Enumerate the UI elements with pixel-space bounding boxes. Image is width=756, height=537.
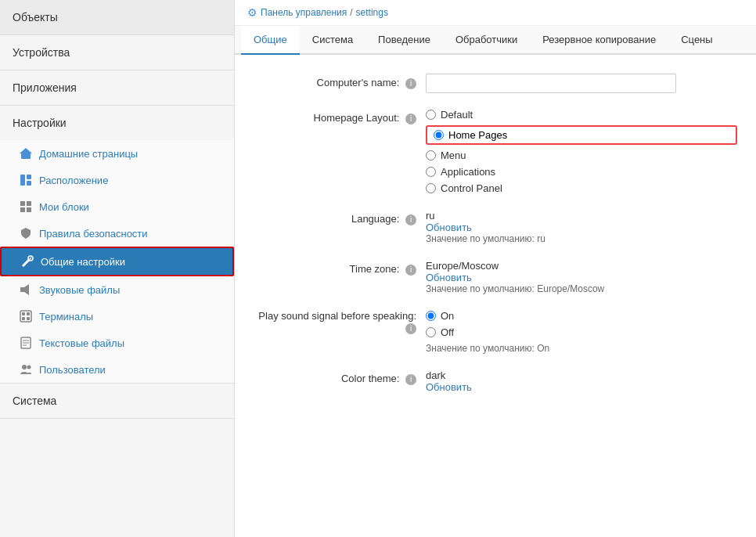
layout-icon	[19, 173, 33, 187]
sidebar-settings-items: Домашние страницы Расположение Мои блоки…	[0, 140, 234, 383]
users-icon	[19, 362, 33, 377]
computer-name-input[interactable]	[426, 74, 676, 93]
sidebar: Объекты Устройства Приложения Настройки …	[0, 0, 235, 537]
sidebar-item-general-settings[interactable]: Общие настройки	[0, 247, 234, 276]
layout-radio-control-panel[interactable]	[426, 183, 436, 193]
color-theme-value-group: dark Обновить	[426, 369, 737, 393]
play-sound-label-off: Off	[441, 326, 454, 338]
timezone-value: Europe/Moscow	[426, 260, 737, 272]
svg-marker-13	[24, 284, 29, 295]
layout-label-applications: Applications	[441, 166, 495, 178]
timezone-default: Значение по умолчанию: Europe/Moscow	[426, 283, 737, 294]
color-theme-row: Color theme: i dark Обновить	[254, 369, 737, 393]
language-value-group: ru Обновить Значение по умолчанию: ru	[426, 210, 737, 244]
breadcrumb-icon: ⚙	[247, 6, 257, 19]
sidebar-section-system: Система	[0, 384, 234, 419]
layout-option-default: Default	[426, 109, 737, 121]
play-sound-info-icon[interactable]: i	[405, 323, 416, 334]
timezone-value-group: Europe/Moscow Обновить Значение по умолч…	[426, 260, 737, 294]
home-icon	[19, 146, 33, 160]
homepage-layout-row: Homepage Layout: i Default Home Pages	[254, 109, 737, 194]
language-info-icon[interactable]: i	[405, 214, 416, 225]
color-theme-value: dark	[426, 369, 737, 381]
security-icon	[19, 226, 33, 240]
breadcrumb: ⚙ Панель управления / settings	[235, 0, 756, 26]
computer-name-info-icon[interactable]: i	[405, 78, 416, 89]
color-theme-update-link[interactable]: Обновить	[426, 381, 472, 393]
svg-rect-18	[27, 317, 30, 320]
play-sound-label: Play sound signal before speaking: i	[254, 310, 426, 334]
main-area: ⚙ Панель управления / settings Общие Сис…	[235, 0, 756, 537]
play-sound-on-option: On	[426, 310, 737, 322]
sidebar-item-settings[interactable]: Настройки	[0, 106, 234, 140]
terminal-icon	[19, 309, 33, 323]
language-label: Language: i	[254, 210, 426, 225]
layout-label-default: Default	[441, 109, 473, 121]
play-sound-radio-off[interactable]	[426, 327, 436, 337]
tab-scenes[interactable]: Сцены	[668, 26, 725, 55]
svg-point-23	[22, 365, 27, 369]
timezone-info-icon[interactable]: i	[405, 265, 416, 276]
layout-radio-default[interactable]	[426, 110, 436, 120]
play-sound-radio-on[interactable]	[426, 311, 436, 321]
timezone-update-link[interactable]: Обновить	[426, 272, 472, 283]
sidebar-item-text-files[interactable]: Текстовые файлы	[0, 330, 234, 356]
color-theme-info-icon[interactable]: i	[405, 374, 416, 385]
sidebar-item-home-pages[interactable]: Домашние страницы	[0, 140, 234, 167]
play-sound-label-on: On	[441, 310, 454, 322]
layout-option-home-pages-box: Home Pages	[426, 125, 737, 145]
tab-behavior[interactable]: Поведение	[365, 26, 443, 55]
blocks-icon	[19, 200, 33, 214]
homepage-layout-label: Homepage Layout: i	[254, 109, 426, 124]
sidebar-item-applications[interactable]: Приложения	[0, 70, 234, 105]
wrench-icon	[20, 254, 34, 268]
sidebar-item-sound-files[interactable]: Звуковые файлы	[0, 276, 234, 303]
sidebar-section-settings: Настройки Домашние страницы Расположение	[0, 106, 234, 384]
sidebar-section-objects: Объекты	[0, 0, 234, 35]
svg-line-11	[29, 258, 31, 260]
svg-rect-4	[27, 181, 31, 186]
play-sound-default: Значение по умолчанию: On	[426, 343, 737, 354]
svg-rect-7	[20, 207, 25, 212]
tab-system[interactable]: Система	[300, 26, 365, 55]
sidebar-item-users[interactable]: Пользователи	[0, 356, 234, 383]
svg-point-24	[27, 366, 31, 369]
tab-general[interactable]: Общие	[241, 26, 300, 55]
sidebar-item-system[interactable]: Система	[0, 384, 234, 418]
tabs-bar: Общие Система Поведение Обработчики Резе…	[235, 26, 756, 55]
sidebar-item-layout[interactable]: Расположение	[0, 167, 234, 193]
homepage-layout-options: Default Home Pages Menu Applications	[426, 109, 737, 194]
sidebar-item-security[interactable]: Правила безопасности	[0, 220, 234, 247]
breadcrumb-current: settings	[356, 7, 388, 18]
layout-radio-menu[interactable]	[426, 150, 436, 160]
sidebar-item-my-blocks[interactable]: Мои блоки	[0, 193, 234, 220]
computer-name-label: Computer's name: i	[254, 74, 426, 89]
sidebar-item-terminals[interactable]: Терминалы	[0, 303, 234, 330]
breadcrumb-control-panel[interactable]: Панель управления	[261, 7, 347, 18]
play-sound-radio-group: On Off Значение по умолчанию: On	[426, 310, 737, 354]
svg-rect-15	[22, 312, 25, 315]
layout-label-home-pages: Home Pages	[448, 129, 507, 141]
svg-rect-16	[27, 312, 30, 315]
timezone-label: Time zone: i	[254, 260, 426, 276]
svg-rect-12	[20, 287, 24, 292]
svg-line-9	[23, 260, 29, 266]
sidebar-item-devices[interactable]: Устройства	[0, 35, 234, 70]
settings-content: Computer's name: i Homepage Layout: i De…	[235, 55, 756, 537]
tab-backup[interactable]: Резервное копирование	[530, 26, 668, 55]
sidebar-item-objects[interactable]: Объекты	[0, 0, 234, 34]
sidebar-section-devices: Устройства	[0, 35, 234, 70]
homepage-layout-info-icon[interactable]: i	[405, 114, 416, 124]
svg-rect-2	[20, 175, 25, 186]
layout-radio-applications[interactable]	[426, 167, 436, 177]
layout-radio-home-pages[interactable]	[434, 130, 444, 140]
svg-marker-1	[20, 148, 32, 153]
language-value: ru	[426, 210, 737, 222]
language-update-link[interactable]: Обновить	[426, 222, 472, 233]
language-default: Значение по умолчанию: ru	[426, 233, 737, 244]
layout-label-menu: Menu	[441, 150, 466, 161]
sidebar-section-applications: Приложения	[0, 70, 234, 106]
svg-rect-5	[20, 201, 25, 206]
svg-rect-3	[27, 175, 31, 179]
tab-handlers[interactable]: Обработчики	[443, 26, 530, 55]
